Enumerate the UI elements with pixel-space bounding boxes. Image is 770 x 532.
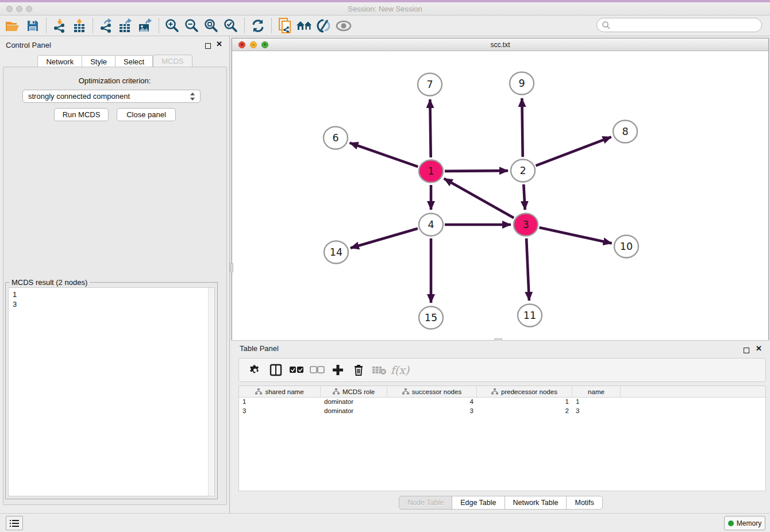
edge-3-11[interactable] <box>526 238 529 300</box>
window-accent-strip <box>0 0 770 2</box>
cell-shared-name[interactable]: 3 <box>239 407 321 416</box>
close-panel-icon[interactable]: ✕ <box>216 40 222 48</box>
column-header-mcds-role[interactable]: MCDS role <box>321 386 387 397</box>
node-1[interactable]: 1 <box>419 160 443 183</box>
column-header-name[interactable]: name <box>572 386 621 397</box>
network-window-titlebar[interactable]: ✕ − + scc.txt <box>232 38 768 51</box>
column-label: MCDS role <box>342 388 375 395</box>
edge-1-7[interactable] <box>430 99 430 157</box>
node-8[interactable]: 8 <box>613 121 637 143</box>
cell-predecessor-nodes[interactable]: 2 <box>477 407 572 416</box>
node-table[interactable]: shared nameMCDS rolesuccessor nodesprede… <box>238 385 766 491</box>
export-network-icon[interactable] <box>97 17 116 34</box>
column-header-shared-name[interactable]: shared name <box>239 386 321 397</box>
node-14[interactable]: 14 <box>324 241 348 264</box>
cell-name[interactable]: 1 <box>572 398 621 407</box>
open-session-icon[interactable] <box>3 17 23 34</box>
tab-motifs[interactable]: Motifs <box>567 496 602 510</box>
edge-3-1[interactable] <box>444 179 514 218</box>
zoom-in-icon[interactable] <box>163 17 182 34</box>
edge-2-9[interactable] <box>522 98 522 157</box>
column-header-predecessor-nodes[interactable]: predecessor nodes <box>477 386 572 397</box>
cell-successor-nodes[interactable]: 3 <box>387 407 477 416</box>
column-label: successor nodes <box>412 388 461 395</box>
home-icon[interactable] <box>295 17 314 34</box>
criterion-dropdown[interactable]: strongly connected component <box>22 90 201 103</box>
toolbar-separator <box>46 18 47 33</box>
result-scrollbar[interactable] <box>208 288 214 496</box>
delete-column-trash-icon[interactable] <box>348 361 369 379</box>
show-details-eye-icon[interactable] <box>334 17 353 34</box>
column-label: name <box>588 388 605 395</box>
close-panel-button[interactable]: Close panel <box>117 108 176 121</box>
memory-button[interactable]: Memory <box>724 516 765 530</box>
import-table-icon[interactable] <box>70 17 89 34</box>
column-header-successor-nodes[interactable]: successor nodes <box>387 386 477 397</box>
cell-mcds-role[interactable]: dominator <box>321 398 387 407</box>
network-canvas[interactable]: 1234678910111415 <box>232 51 768 340</box>
tab-network-table[interactable]: Network Table <box>505 496 567 510</box>
tab-mcds[interactable]: MCDS <box>153 55 192 68</box>
zoom-fit-icon[interactable] <box>202 17 221 34</box>
tab-network[interactable]: Network <box>37 55 82 67</box>
node-11[interactable]: 11 <box>518 304 542 327</box>
clone-network-icon[interactable] <box>275 17 295 34</box>
network-graph[interactable]: 1234678910111415 <box>232 51 768 340</box>
table-float-panel-icon[interactable] <box>744 345 749 356</box>
tab-select[interactable]: Select <box>116 55 153 67</box>
gear-icon[interactable] <box>245 361 265 379</box>
export-table-icon[interactable] <box>116 17 136 34</box>
node-10[interactable]: 10 <box>614 236 638 258</box>
edge-4-14[interactable] <box>351 229 418 248</box>
node-6[interactable]: 6 <box>324 127 348 149</box>
mcds-result-list[interactable]: 13 <box>8 287 215 496</box>
edge-2-3[interactable] <box>523 184 525 210</box>
add-column-icon[interactable] <box>328 361 348 379</box>
cell-name[interactable]: 3 <box>572 407 621 416</box>
float-panel-icon[interactable] <box>205 41 211 51</box>
cell-predecessor-nodes[interactable]: 1 <box>477 398 572 407</box>
import-network-icon[interactable] <box>50 17 70 34</box>
deselect-all-columns-icon[interactable] <box>307 361 328 379</box>
edge-3-10[interactable] <box>539 228 611 243</box>
save-session-icon[interactable] <box>23 17 43 34</box>
svg-text:1: 1 <box>428 165 434 177</box>
table-header-row: shared nameMCDS rolesuccessor nodesprede… <box>239 386 765 398</box>
edge-1-6[interactable] <box>350 143 418 167</box>
cell-mcds-role[interactable]: dominator <box>321 407 387 416</box>
node-7[interactable]: 7 <box>418 74 442 96</box>
table-row[interactable]: 1dominator411 <box>239 398 765 407</box>
toolbar-separator <box>271 18 272 33</box>
cell-successor-nodes[interactable]: 4 <box>387 398 477 407</box>
edge-2-8[interactable] <box>536 137 611 165</box>
zoom-selected-icon[interactable] <box>221 17 241 34</box>
hide-details-icon[interactable] <box>314 17 334 34</box>
node-3[interactable]: 3 <box>514 214 538 236</box>
node-15[interactable]: 15 <box>419 307 443 329</box>
run-mcds-button[interactable]: Run MCDS <box>54 108 109 121</box>
node-2[interactable]: 2 <box>511 160 535 182</box>
tab-edge-table[interactable]: Edge Table <box>452 496 505 510</box>
search-box[interactable] <box>596 18 762 32</box>
node-9[interactable]: 9 <box>510 72 534 95</box>
toolbar-separator <box>159 18 159 33</box>
tab-node-table[interactable]: Node Table <box>399 496 452 510</box>
node-4[interactable]: 4 <box>419 214 443 236</box>
tab-style[interactable]: Style <box>82 55 116 67</box>
svg-text:3: 3 <box>522 219 529 230</box>
optimization-criterion-label: Optimization criterion: <box>0 76 229 85</box>
table-close-panel-icon[interactable]: ✕ <box>756 344 762 353</box>
table-row[interactable]: 3dominator323 <box>239 407 765 416</box>
search-input[interactable] <box>611 21 761 29</box>
zoom-out-icon[interactable] <box>182 17 202 34</box>
column-layout-icon[interactable] <box>265 361 286 379</box>
export-image-icon[interactable] <box>136 17 155 34</box>
edge-1-2[interactable] <box>445 171 508 171</box>
select-all-columns-icon[interactable] <box>286 361 307 379</box>
vertical-splitter-grip[interactable] <box>230 263 233 272</box>
result-line: 1 <box>13 290 214 299</box>
cell-shared-name[interactable]: 1 <box>239 398 321 407</box>
svg-text:8: 8 <box>622 126 628 137</box>
task-history-button[interactable] <box>6 516 23 530</box>
refresh-layout-icon[interactable] <box>248 17 268 34</box>
